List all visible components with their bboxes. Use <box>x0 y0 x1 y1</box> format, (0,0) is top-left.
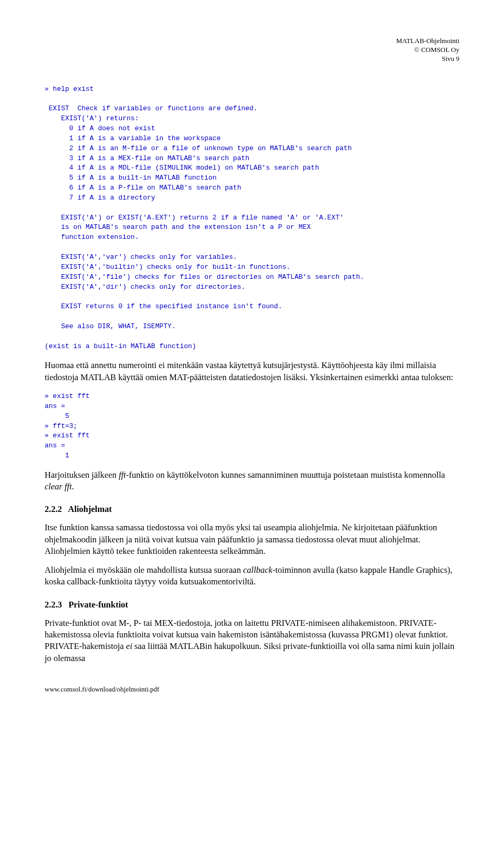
code-block-exist-fft: » exist fft ans = 5 » fft=3; » exist fft… <box>45 392 459 461</box>
text: Aliohjelmia ei myöskään ole mahdollista … <box>45 565 243 575</box>
text: -funktio on käyttökelvoton kunnes samann… <box>126 470 445 480</box>
paragraph: Huomaa että annettu numerointi ei mitenk… <box>45 360 459 383</box>
document-page: MATLAB-Ohjelmointi © COMSOL Oy Sivu 9 » … <box>0 0 504 720</box>
italic-fft: fft <box>119 470 126 480</box>
heading-number: 2.2.3 <box>45 600 62 610</box>
heading-number: 2.2.2 <box>45 504 62 514</box>
italic-ei: ei <box>126 641 132 651</box>
italic-callback: callback <box>243 565 272 575</box>
paragraph: Aliohjelmia ei myöskään ole mahdollista … <box>45 564 459 588</box>
text: . <box>72 481 74 491</box>
paragraph: Itse funktion kanssa samassa tiedostossa… <box>45 522 459 557</box>
heading-private-funktiot: 2.2.3 Private-funktiot <box>45 600 459 610</box>
page-header: MATLAB-Ohjelmointi © COMSOL Oy Sivu 9 <box>45 37 459 64</box>
heading-title: Private-funktiot <box>68 600 128 610</box>
heading-aliohjelmat: 2.2.2 Aliohjelmat <box>45 504 459 515</box>
text: Harjoituksen jälkeen <box>45 470 119 480</box>
header-page-number: Sivu 9 <box>45 55 459 64</box>
paragraph: Harjoituksen jälkeen fft-funktio on käyt… <box>45 469 459 493</box>
code-block-help-exist: » help exist EXIST Check if variables or… <box>45 85 459 352</box>
italic-clear-fft: clear fft <box>45 481 72 491</box>
header-copyright: © COMSOL Oy <box>45 46 459 55</box>
header-title: MATLAB-Ohjelmointi <box>45 37 459 46</box>
heading-title: Aliohjelmat <box>68 504 111 514</box>
paragraph: Private-funktiot ovat M-, P- tai MEX-tie… <box>45 617 459 664</box>
footer-url: www.comsol.fi/download/ohjelmointi.pdf <box>45 685 459 694</box>
